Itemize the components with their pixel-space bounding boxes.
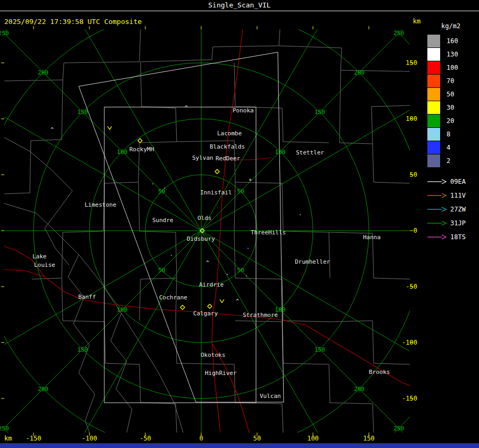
range-rings (0, 0, 479, 448)
county-boundary-line (68, 255, 95, 433)
town-marker: . (163, 184, 166, 190)
legend-scale-row: 50 (427, 87, 478, 101)
range-ring-label: 200 (38, 386, 48, 393)
legend-scale-row: 100 (427, 61, 478, 74)
radar-site-legend: 09EA111V27ZW31JP18TS (427, 175, 478, 244)
city-label: Sylvan (192, 154, 213, 161)
city-labels: PonokaLacombeBlackfaldsSylvanRedDeerStet… (32, 107, 390, 400)
range-ring-label: 100 (275, 149, 286, 156)
city-label: RockyMH (129, 146, 154, 153)
vil-color-scale: 16013010070503020842 (427, 34, 478, 167)
county-boundary-line (371, 105, 410, 144)
legend-scale-value: 50 (447, 91, 454, 98)
window-title: Single_Scan_VIL (208, 1, 270, 9)
radar-id-label: 31JP (450, 219, 466, 227)
town-marker: . (226, 270, 229, 276)
radar-direction-arrow-icon (427, 234, 447, 240)
x-axis-tick-label: -150 (26, 435, 42, 442)
town-marker: . (170, 251, 173, 257)
x-axis-tick-label: -50 (139, 435, 151, 442)
axis-tick-labels: -150-100-50050100150150100500-50-100-150… (4, 18, 420, 442)
y-axis-tick-label: 0 (414, 227, 417, 234)
radar-map-canvas[interactable]: 5050505010010010010015015015015020020020… (0, 0, 479, 448)
town-marker: * (249, 178, 252, 184)
city-label: Vulcan (260, 393, 281, 400)
legend-scale-value: 4 (447, 144, 450, 151)
radar-id-label: 09EA (450, 178, 466, 185)
county-boundary-line (4, 137, 72, 265)
x-axis-tick-label: 100 (307, 435, 319, 442)
legend-scale-value: 160 (447, 37, 458, 45)
radar-legend-row: 18TS (427, 230, 478, 244)
range-ring-label: 250 (393, 30, 404, 37)
y-axis-unit: km (413, 18, 420, 25)
legend-scale-row: 130 (427, 47, 478, 61)
radar-legend-row: 111V (427, 189, 478, 202)
radar-coverage-outline (79, 52, 284, 403)
legend-scale-row: 160 (427, 34, 478, 47)
legend-color-swatch (427, 141, 440, 154)
city-label: Cochrane (159, 294, 187, 301)
x-axis-tick-label: 0 (199, 435, 203, 442)
x-axis-tick-label: 50 (253, 435, 261, 442)
county-boundary-line (4, 29, 141, 81)
town-marker: . (245, 272, 248, 278)
city-label: Banff (78, 294, 96, 300)
city-label: Lake (32, 253, 47, 260)
bottom-scrollbar[interactable] (0, 443, 479, 448)
city-label: Drumheller (295, 258, 331, 265)
storm-arrow-marker (220, 299, 224, 303)
city-label: Calgary (193, 310, 218, 317)
range-ring-label: 200 (354, 386, 365, 393)
titlebar: Single_Scan_VIL (0, 0, 479, 11)
city-label: Didsbury (187, 235, 215, 242)
range-ring-label: 250 (393, 425, 404, 432)
city-label: Hanna (363, 234, 381, 241)
city-label: RedDeer (216, 155, 241, 162)
legend-scale-row: 2 (427, 154, 478, 167)
legend-unit-label: kg/m2 (441, 22, 478, 30)
radar-site-diamond-marker (180, 305, 185, 309)
legend-color-swatch (427, 61, 440, 74)
range-ring-label: 150 (315, 109, 325, 116)
legend-color-swatch (427, 128, 440, 141)
range-ring-label: 50 (237, 267, 244, 274)
storm-arrow-marker (108, 126, 112, 129)
radar-direction-arrow-icon (427, 179, 447, 184)
range-ring-label: 50 (158, 267, 165, 274)
county-boundary-line (4, 203, 183, 433)
county-boundary-line (141, 29, 280, 62)
radar-viewer-window: 5050505010010010010015015015015020020020… (0, 0, 479, 448)
town-marker: . (246, 244, 250, 250)
radar-site-diamond-marker (208, 304, 212, 308)
radar-site-diamond-marker (215, 169, 219, 174)
legend-color-swatch (427, 101, 440, 114)
legend-scale-value: 100 (447, 64, 458, 71)
town-marker: . (151, 180, 154, 185)
radar-id-label: 18TS (450, 233, 466, 241)
legend-scale-value: 30 (447, 104, 454, 111)
range-ring-label: 100 (117, 306, 128, 313)
town-marker: ^ (185, 105, 188, 111)
city-label: Okotoks (201, 352, 225, 359)
county-boundary-line (111, 313, 132, 433)
legend-color-swatch (427, 75, 440, 87)
city-label: Louise (34, 262, 55, 268)
range-ring-label: 150 (77, 109, 88, 116)
county-boundary-line (234, 63, 329, 143)
range-ring-label: 150 (77, 346, 88, 353)
x-axis-tick-label: -100 (82, 435, 97, 442)
legend-scale-row: 70 (427, 74, 478, 87)
legend-color-swatch (427, 115, 440, 127)
radar-legend-row: 09EA (427, 175, 478, 189)
legend-scale-value: 70 (447, 77, 454, 85)
county-boundary-line (176, 278, 283, 433)
x-axis-unit: km (4, 435, 12, 442)
range-ring-label: 150 (315, 346, 325, 353)
city-label: ThreeHills (251, 229, 286, 236)
legend-scale-row: 4 (427, 141, 478, 154)
radar-legend-row: 27ZW (427, 202, 478, 216)
town-marker: ^ (236, 298, 239, 304)
radar-direction-arrow-icon (427, 207, 447, 212)
town-marker: . (299, 210, 302, 216)
